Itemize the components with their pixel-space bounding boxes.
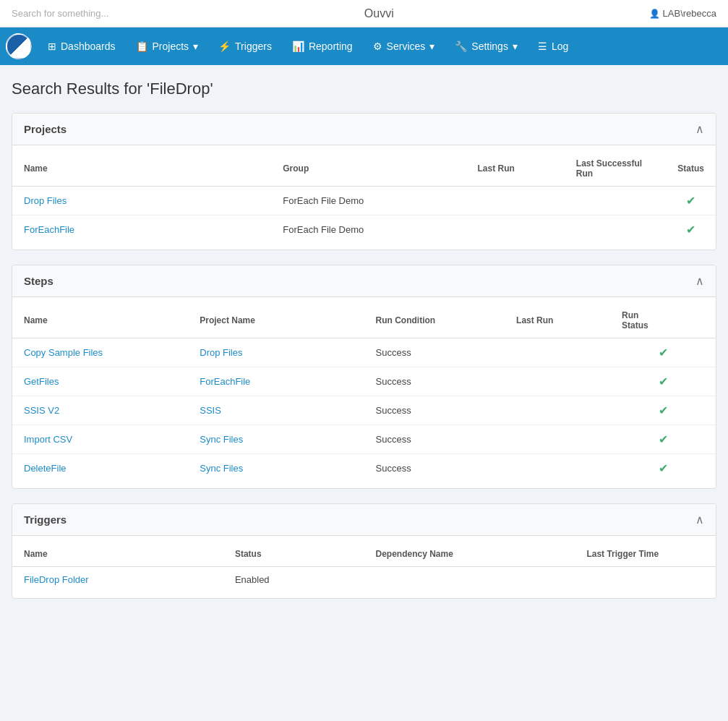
trigger-status: Enabled <box>223 567 364 593</box>
nav-log[interactable]: ☰ Log <box>528 27 578 65</box>
step-run-status: ✔ <box>610 425 716 454</box>
reporting-icon: 📊 <box>292 40 304 52</box>
nav-services[interactable]: ⚙ Services ▾ <box>363 27 445 65</box>
nav-reporting[interactable]: 📊 Reporting <box>282 27 363 65</box>
nav-dashboards[interactable]: ⊞ Dashboards <box>38 27 126 65</box>
projects-collapse-button[interactable]: ∧ <box>695 122 704 136</box>
nav-projects-label: Projects <box>153 40 189 52</box>
step-name-link[interactable]: Import CSV <box>24 434 72 445</box>
projects-col-group: Group <box>271 151 466 187</box>
nav-projects[interactable]: 📋 Projects ▾ <box>126 27 209 65</box>
projects-table: Name Group Last Run Last Successful Run … <box>12 151 716 244</box>
project-last-success <box>565 216 666 244</box>
project-name-link[interactable]: ForEachFile <box>24 224 74 235</box>
step-last-run <box>505 367 610 396</box>
success-icon: ✔ <box>686 223 695 236</box>
step-name-link[interactable]: DeleteFile <box>24 463 67 474</box>
step-run-status: ✔ <box>610 367 716 396</box>
nav-dashboards-label: Dashboards <box>61 40 116 52</box>
project-last-run <box>466 187 564 216</box>
projects-col-lastrun: Last Run <box>466 151 564 187</box>
triggers-col-status: Status <box>223 542 364 567</box>
user-label: LAB\rebecca <box>649 8 716 19</box>
step-name-link[interactable]: Copy Sample Files <box>24 347 103 358</box>
project-group: ForEach File Demo <box>271 216 466 244</box>
projects-table-wrapper: Name Group Last Run Last Successful Run … <box>12 145 716 249</box>
table-row: Copy Sample Files Drop Files Success ✔ <box>12 338 716 367</box>
brand-label: Ouvvi <box>364 7 394 20</box>
triggers-table-wrapper: Name Status Dependency Name Last Trigger… <box>12 536 716 598</box>
table-row: ForEachFile ForEach File Demo ✔ <box>12 216 716 244</box>
triggers-col-dep: Dependency Name <box>364 542 575 567</box>
project-group: ForEach File Demo <box>271 187 466 216</box>
navbar: ⊞ Dashboards 📋 Projects ▾ ⚡ Triggers 📊 R… <box>0 27 728 65</box>
log-icon: ☰ <box>538 40 547 52</box>
steps-col-name: Name <box>12 303 188 338</box>
success-icon: ✔ <box>659 375 668 388</box>
app-logo[interactable] <box>6 33 32 59</box>
nav-log-label: Log <box>552 40 568 52</box>
services-dropdown-icon: ▾ <box>429 40 434 52</box>
step-name-link[interactable]: GetFiles <box>24 376 59 387</box>
triggers-section: Triggers ∧ Name Status Dependency Name L… <box>12 503 716 599</box>
nav-settings[interactable]: 🔧 Settings ▾ <box>445 27 528 65</box>
triggers-section-header: Triggers ∧ <box>12 504 716 536</box>
step-last-run <box>505 454 610 483</box>
step-last-run <box>505 338 610 367</box>
projects-section: Projects ∧ Name Group Last Run Last Succ… <box>12 113 716 250</box>
success-icon: ✔ <box>659 433 668 445</box>
services-icon: ⚙ <box>373 40 382 52</box>
settings-dropdown-icon: ▾ <box>513 40 518 52</box>
triggers-section-title: Triggers <box>24 513 67 526</box>
project-status: ✔ <box>666 216 716 244</box>
success-icon: ✔ <box>659 404 668 417</box>
projects-col-status: Status <box>666 151 716 187</box>
projects-section-title: Projects <box>24 123 67 135</box>
nav-triggers-label: Triggers <box>235 40 272 52</box>
projects-dropdown-icon: ▾ <box>193 40 198 52</box>
project-last-run <box>466 216 564 244</box>
steps-table-wrapper: Name Project Name Run Condition Last Run… <box>12 297 716 488</box>
steps-section: Steps ∧ Name Project Name Run Condition … <box>12 265 716 489</box>
steps-collapse-button[interactable]: ∧ <box>695 274 704 288</box>
step-last-run <box>505 425 610 454</box>
project-name-link[interactable]: Drop Files <box>24 195 67 206</box>
projects-section-header: Projects ∧ <box>12 114 716 145</box>
page-content: Search Results for 'FileDrop' Projects ∧… <box>0 65 728 628</box>
steps-col-cond: Run Condition <box>364 303 505 338</box>
step-project-link[interactable]: Sync Files <box>200 434 243 445</box>
nav-triggers[interactable]: ⚡ Triggers <box>208 27 282 65</box>
step-run-status: ✔ <box>610 454 716 483</box>
steps-table: Name Project Name Run Condition Last Run… <box>12 303 716 482</box>
settings-icon: 🔧 <box>455 40 467 52</box>
project-last-success <box>565 187 666 216</box>
success-icon: ✔ <box>659 462 668 474</box>
table-row: GetFiles ForEachFile Success ✔ <box>12 367 716 396</box>
steps-section-title: Steps <box>24 275 53 287</box>
step-project-link[interactable]: ForEachFile <box>200 376 250 387</box>
step-run-condition: Success <box>364 425 505 454</box>
trigger-name-link[interactable]: FileDrop Folder <box>24 574 89 585</box>
step-run-condition: Success <box>364 338 505 367</box>
table-row: DeleteFile Sync Files Success ✔ <box>12 454 716 483</box>
table-row: Import CSV Sync Files Success ✔ <box>12 425 716 454</box>
steps-section-header: Steps ∧ <box>12 265 716 297</box>
triggers-col-name: Name <box>12 542 223 567</box>
step-project-link[interactable]: Drop Files <box>200 347 242 358</box>
step-project-link[interactable]: Sync Files <box>200 463 243 474</box>
dashboards-icon: ⊞ <box>48 40 56 52</box>
search-placeholder[interactable]: Search for something... <box>12 8 108 19</box>
steps-col-proj: Project Name <box>188 303 364 338</box>
step-run-status: ✔ <box>610 396 716 425</box>
steps-col-rstatus: RunStatus <box>610 303 716 338</box>
triggers-collapse-button[interactable]: ∧ <box>695 513 704 526</box>
step-last-run <box>505 396 610 425</box>
step-run-condition: Success <box>364 454 505 483</box>
nav-settings-label: Settings <box>471 40 508 52</box>
step-run-status: ✔ <box>610 338 716 367</box>
success-icon: ✔ <box>659 346 668 359</box>
step-run-condition: Success <box>364 367 505 396</box>
step-project-link[interactable]: SSIS <box>200 405 221 416</box>
triggers-table: Name Status Dependency Name Last Trigger… <box>12 542 716 592</box>
step-name-link[interactable]: SSIS V2 <box>24 405 59 416</box>
